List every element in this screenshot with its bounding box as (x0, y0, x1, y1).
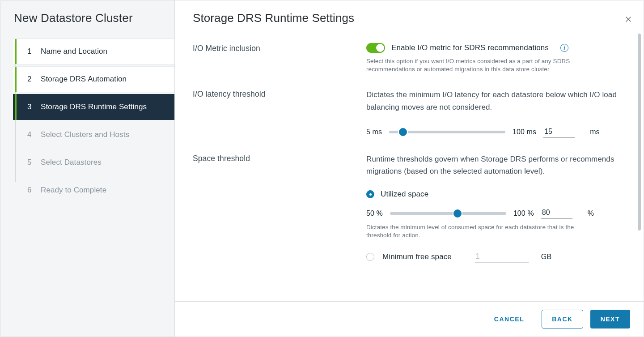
io-latency-value-input[interactable] (543, 127, 575, 138)
step-label: Select Datastores (41, 158, 102, 167)
wizard-title: New Datastore Cluster (0, 9, 174, 38)
cancel-button[interactable]: CANCEL (484, 310, 534, 328)
minimum-free-space-input[interactable] (475, 252, 529, 263)
row-io-metric-inclusion: I/O Metric inclusion Enable I/O metric f… (193, 43, 625, 89)
space-threshold-description: Runtime thresholds govern when Storage D… (366, 153, 617, 177)
wizard-main: Storage DRS Runtime Settings I/O Metric … (175, 0, 644, 337)
step-number: 5 (27, 158, 34, 167)
field-label: I/O latency threshold (193, 89, 366, 99)
io-latency-slider-knob[interactable] (399, 128, 407, 136)
step-name-and-location[interactable]: 1 Name and Location (13, 38, 174, 64)
io-metric-toggle-label: Enable I/O metric for SDRS recommendatio… (391, 43, 549, 52)
utilized-space-radio-label: Utilized space (381, 190, 428, 199)
io-latency-unit: ms (582, 128, 600, 136)
utilized-space-min-label: 50 % (366, 209, 383, 218)
step-number: 3 (27, 102, 34, 111)
step-label: Name and Location (41, 47, 107, 56)
step-number: 4 (27, 130, 34, 139)
io-latency-max-label: 100 ms (513, 128, 536, 136)
io-latency-description: Dictates the minimum I/O latency for eac… (366, 89, 617, 113)
utilized-space-help-text: Dictates the minimum level of consumed s… (366, 219, 599, 239)
wizard-dialog: New Datastore Cluster 1 Name and Locatio… (0, 0, 644, 337)
io-metric-help-text: Select this option if you want I/O metri… (366, 53, 599, 73)
utilized-space-max-label: 100 % (513, 209, 534, 218)
minimum-free-space-unit: GB (537, 253, 551, 261)
row-io-latency-threshold: I/O latency threshold Dictates the minim… (193, 89, 625, 153)
step-label: Storage DRS Runtime Settings (41, 102, 147, 111)
page-title: Storage DRS Runtime Settings (193, 9, 625, 43)
utilized-space-slider-knob[interactable] (453, 209, 462, 218)
minimum-free-space-radio-label: Minimum free space (382, 252, 452, 261)
step-label: Storage DRS Automation (41, 75, 127, 84)
step-select-datastores: 5 Select Datastores (13, 149, 174, 175)
step-ready-to-complete: 6 Ready to Complete (13, 177, 174, 203)
utilized-space-slider[interactable] (390, 212, 506, 215)
step-select-clusters-and-hosts: 4 Select Clusters and Hosts (13, 122, 174, 148)
step-number: 6 (27, 186, 34, 195)
step-number: 2 (27, 75, 34, 84)
step-storage-drs-automation[interactable]: 2 Storage DRS Automation (13, 66, 174, 92)
close-icon (624, 15, 632, 23)
step-label: Ready to Complete (41, 186, 106, 195)
utilized-space-unit: % (580, 209, 594, 218)
back-button[interactable]: BACK (542, 310, 583, 328)
io-latency-slider[interactable] (389, 131, 505, 133)
wizard-steps: 1 Name and Location 2 Storage DRS Automa… (0, 38, 174, 203)
step-label: Select Clusters and Hosts (41, 130, 129, 139)
scrollbar[interactable] (638, 34, 641, 230)
step-number: 1 (27, 47, 34, 56)
field-label: Space threshold (193, 153, 366, 163)
row-space-threshold: Space threshold Runtime thresholds gover… (193, 153, 625, 267)
close-button[interactable] (622, 13, 635, 26)
field-label: I/O Metric inclusion (193, 43, 366, 53)
wizard-sidebar: New Datastore Cluster 1 Name and Locatio… (0, 0, 175, 337)
io-metric-toggle[interactable] (366, 43, 385, 53)
step-storage-drs-runtime-settings[interactable]: 3 Storage DRS Runtime Settings (13, 94, 174, 120)
minimum-free-space-radio[interactable] (366, 253, 374, 261)
io-latency-min-label: 5 ms (366, 128, 382, 136)
next-button[interactable]: NEXT (590, 310, 630, 328)
wizard-footer: CANCEL BACK NEXT (175, 301, 644, 337)
info-icon[interactable]: i (560, 44, 568, 52)
utilized-space-radio[interactable] (366, 190, 374, 198)
utilized-space-value-input[interactable] (541, 208, 572, 219)
